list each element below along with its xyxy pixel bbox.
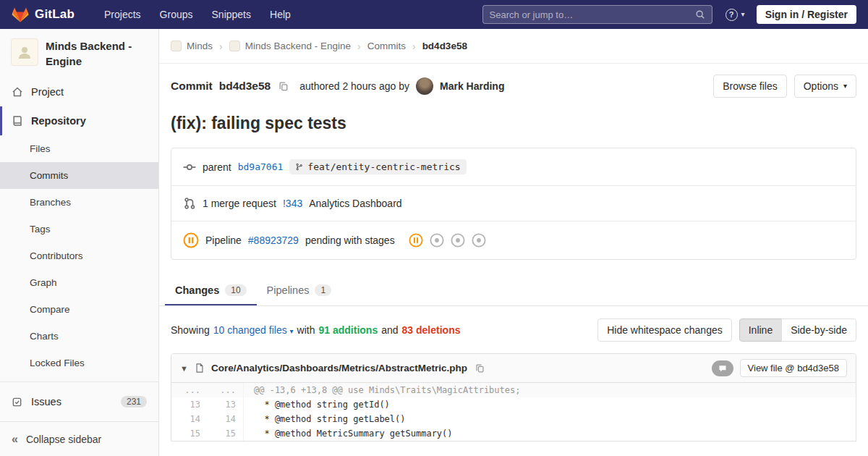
sidebar-item-project[interactable]: Project	[0, 77, 158, 106]
tab-pipelines[interactable]: Pipelines 1	[257, 276, 342, 305]
new-line-number[interactable]: 15	[208, 426, 244, 441]
breadcrumb: Minds › Minds Backend - Engine › Commits…	[159, 29, 868, 64]
diff-line: 14 14 * @method string getLabel()	[171, 412, 856, 426]
sidebar-item-commits[interactable]: Commits	[0, 162, 158, 189]
help-dropdown[interactable]: ? ▾	[726, 9, 745, 21]
gitlab-logo[interactable]: GitLab	[12, 7, 75, 23]
stage-pending-icon[interactable]	[409, 233, 423, 248]
search-icon[interactable]	[695, 9, 705, 20]
options-button[interactable]: Options ▾	[794, 75, 856, 98]
old-line-number[interactable]: 13	[171, 397, 208, 412]
merge-request-link[interactable]: !343	[283, 198, 302, 209]
additions-count: 91 additions	[319, 324, 378, 336]
sidebar-item-repository[interactable]: Repository	[0, 106, 158, 135]
changed-files-dropdown[interactable]: 10 changed files ▾	[213, 324, 294, 336]
pipeline-row: Pipeline #88923729 pending with stages	[171, 221, 856, 259]
breadcrumb-separator: ›	[357, 41, 361, 52]
view-file-button[interactable]: View file @ bd4d3e58	[740, 359, 847, 377]
toggle-comments-button[interactable]	[712, 360, 733, 376]
with-label: with	[297, 324, 315, 336]
hide-whitespace-button[interactable]: Hide whitespace changes	[597, 318, 732, 342]
pipeline-status-text: pending with stages	[305, 235, 395, 246]
merge-request-row: 1 merge request !343 Analytics Dashboard	[171, 185, 856, 221]
diff-mode-toggle: Inline Side-by-side	[739, 318, 856, 342]
nav-snippets[interactable]: Snippets	[203, 0, 260, 29]
diff-view-controls: Hide whitespace changes Inline Side-by-s…	[597, 318, 856, 342]
branch-ref-label[interactable]: feat/entity-centric-metrics	[289, 159, 466, 174]
nav-groups[interactable]: Groups	[150, 0, 203, 29]
sidebar-item-files[interactable]: Files	[0, 135, 158, 162]
stage-created-icon[interactable]	[430, 233, 444, 248]
sidebar-item-issues[interactable]: Issues 231	[0, 387, 158, 416]
sidebar-item-compare[interactable]: Compare	[0, 296, 158, 323]
old-line-number[interactable]: 14	[171, 412, 208, 426]
project-sidebar: Minds Backend - Engine Project Repositor…	[0, 29, 159, 456]
double-chevron-left-icon: «	[12, 433, 18, 446]
author-name[interactable]: Mark Harding	[440, 80, 504, 92]
sidebar-item-graph[interactable]: Graph	[0, 269, 158, 296]
search-input[interactable]	[490, 9, 691, 20]
breadcrumb-label: Commits	[367, 41, 406, 51]
brand-name: GitLab	[35, 7, 75, 22]
breadcrumb-label: Minds	[187, 41, 213, 51]
changes-count-badge: 10	[225, 284, 246, 296]
sidebar-item-branches[interactable]: Branches	[0, 189, 158, 216]
comment-icon	[718, 364, 727, 373]
old-line-number[interactable]: 15	[171, 426, 208, 441]
nav-projects[interactable]: Projects	[95, 0, 150, 29]
collapse-sidebar-label: Collapse sidebar	[26, 434, 101, 445]
sidebar-item-label: Issues	[31, 396, 61, 408]
sidebar-item-label: Project	[31, 86, 64, 98]
sidebar-item-locked-files[interactable]: Locked Files	[0, 350, 158, 376]
stage-created-icon[interactable]	[451, 233, 465, 248]
project-avatar	[11, 38, 38, 66]
file-icon	[195, 363, 205, 373]
nav-help[interactable]: Help	[260, 0, 300, 29]
authored-text: authored 2 hours ago by	[299, 80, 409, 92]
author-avatar[interactable]	[416, 77, 433, 95]
main-content: Minds › Minds Backend - Engine › Commits…	[159, 29, 868, 456]
diff-code: * @method MetricSummary getSummary()	[244, 426, 856, 441]
sidebar-item-contributors[interactable]: Contributors	[0, 242, 158, 269]
sign-in-button[interactable]: Sign in / Register	[757, 5, 856, 24]
breadcrumb-commits[interactable]: Commits	[367, 41, 406, 51]
branch-name: feat/entity-centric-metrics	[307, 161, 460, 172]
top-navbar: GitLab Projects Groups Snippets Help ? ▾…	[0, 0, 868, 29]
new-line-number[interactable]: 13	[208, 397, 244, 412]
project-context[interactable]: Minds Backend - Engine	[0, 29, 158, 77]
stage-created-icon[interactable]	[472, 233, 486, 248]
question-icon: ?	[726, 9, 738, 21]
breadcrumb-group[interactable]: Minds	[171, 41, 213, 51]
new-line-number[interactable]: 14	[208, 412, 244, 426]
gitlab-tanuki-icon	[12, 7, 29, 23]
commit-header: Commit bd4d3e58 authored 2 hours ago by …	[159, 64, 868, 98]
side-by-side-view-button[interactable]: Side-by-side	[781, 318, 856, 342]
diff-code: * @method string getId()	[244, 397, 856, 412]
copy-path-button[interactable]	[474, 362, 486, 374]
diff-body: ... ... @@ -13,6 +13,8 @@ use Minds\Trai…	[171, 383, 856, 441]
old-line-number: ...	[171, 383, 208, 397]
global-search[interactable]	[482, 5, 712, 24]
collapse-diff-icon[interactable]: ▼	[180, 364, 188, 373]
tab-label: Changes	[175, 284, 219, 296]
tab-changes[interactable]: Changes 10	[165, 276, 257, 305]
project-title: Minds Backend - Engine	[46, 38, 150, 69]
breadcrumb-label: bd4d3e58	[422, 41, 467, 51]
parent-sha-link[interactable]: bd9a7061	[238, 161, 284, 172]
copy-sha-button[interactable]	[277, 80, 290, 93]
sidebar-item-charts[interactable]: Charts	[0, 323, 158, 350]
diff-stats-bar: Showing 10 changed files ▾ with 91 addit…	[159, 306, 868, 353]
browse-files-button[interactable]: Browse files	[713, 75, 786, 98]
pipeline-id-link[interactable]: #88923729	[248, 235, 299, 246]
group-avatar	[171, 41, 182, 51]
sidebar-item-tags[interactable]: Tags	[0, 216, 158, 242]
diff-file-path[interactable]: Core/Analytics/Dashboards/Metrics/Abstra…	[211, 363, 467, 373]
diff-line: 15 15 * @method MetricSummary getSummary…	[171, 426, 856, 441]
inline-view-button[interactable]: Inline	[739, 318, 782, 342]
collapse-sidebar-button[interactable]: « Collapse sidebar	[0, 421, 158, 456]
commit-icon	[183, 161, 196, 174]
diff-file-actions: View file @ bd4d3e58	[712, 359, 847, 377]
pipelines-count-badge: 1	[315, 284, 331, 296]
breadcrumb-project[interactable]: Minds Backend - Engine	[229, 41, 351, 51]
breadcrumb-separator: ›	[412, 41, 416, 52]
